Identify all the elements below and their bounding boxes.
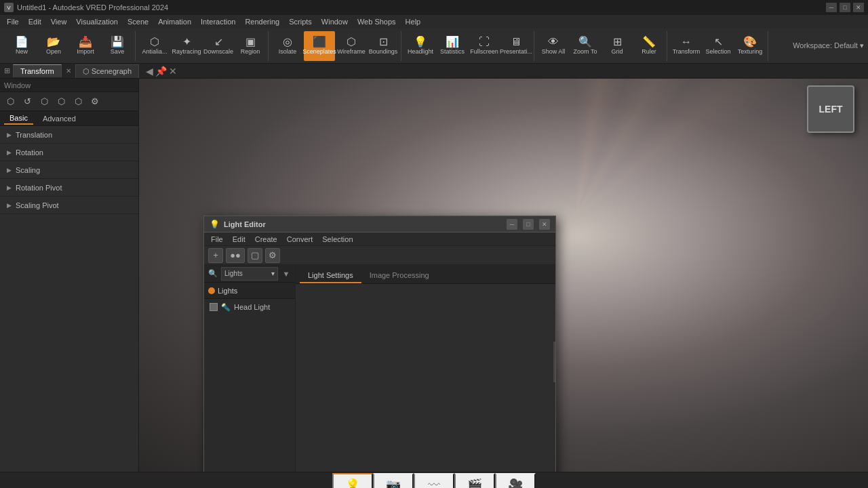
tab-advanced[interactable]: Advanced — [37, 113, 81, 124]
toolbar: 📄 New 📂 Open 📥 Import 💾 Save ⬡ Antialia.… — [0, 28, 868, 64]
nav-cube-face[interactable]: LEFT — [807, 85, 854, 133]
wireframe-button[interactable]: ⬡ Wireframe — [336, 31, 367, 61]
le-menu-convert[interactable]: Convert — [283, 234, 317, 245]
panel-icons: ⬡ ↺ ⬡ ⬡ ⬡ ⚙ — [0, 92, 138, 111]
panel-close-btn[interactable]: ✕ — [169, 66, 177, 77]
translation-section[interactable]: ▶ Translation — [0, 126, 138, 144]
scaling-pivot-section[interactable]: ▶ Scaling Pivot — [0, 197, 138, 214]
le-light-name: Head Light — [234, 303, 270, 311]
menu-scripts[interactable]: Scripts — [285, 16, 316, 27]
menu-rendering[interactable]: Rendering — [241, 16, 283, 27]
panel-header: Basic Advanced — [0, 111, 138, 126]
le-menu-selection[interactable]: Selection — [318, 234, 357, 245]
close-btn[interactable]: ✕ — [853, 3, 864, 12]
le-light-checkbox[interactable] — [210, 303, 218, 311]
transform-tab[interactable]: Transform — [13, 64, 62, 77]
headlight-button[interactable]: 💡 Headlight — [405, 31, 436, 61]
isolate-button[interactable]: ◎ Isolate — [272, 31, 303, 61]
le-lights-dropdown[interactable]: Lights ▾ — [221, 267, 278, 281]
panel-icon-1[interactable]: ⬡ — [3, 94, 18, 109]
light-editor-maximize[interactable]: □ — [523, 219, 534, 230]
menu-view[interactable]: View — [47, 16, 71, 27]
light-editor-close[interactable]: ✕ — [539, 219, 550, 230]
raytracing-button[interactable]: ✦ Raytracing — [171, 31, 202, 61]
menu-help[interactable]: Help — [401, 16, 425, 27]
le-menu-edit[interactable]: Edit — [229, 234, 250, 245]
scenegraph-tab[interactable]: ⬡ Scenegraph — [75, 64, 139, 78]
le-tab-image-processing[interactable]: Image Processing — [361, 268, 437, 283]
show-all-button[interactable]: 👁 Show All — [538, 31, 569, 61]
tab-basic[interactable]: Basic — [4, 113, 33, 125]
nav-cube[interactable]: LEFT — [807, 85, 861, 140]
toolbar-group-render: ⬡ Antialia... ✦ Raytracing ↙ Downscale ▣… — [137, 31, 269, 61]
maximize-btn[interactable]: □ — [840, 3, 850, 12]
new-button[interactable]: 📄 New — [6, 31, 37, 61]
menu-webshops[interactable]: Web Shops — [353, 16, 400, 27]
toolbar-group-view: ◎ Isolate ⬛ Sceneplates ⬡ Wireframe ⊡ Bo… — [270, 31, 401, 61]
import-button[interactable]: 📥 Import — [70, 31, 101, 61]
le-light-item[interactable]: 🔦 Head Light — [204, 299, 295, 315]
le-search-btn[interactable]: 🔍 — [207, 268, 219, 280]
le-add-btn[interactable]: + — [208, 248, 223, 263]
sceneplates-button[interactable]: ⬛ Sceneplates — [304, 31, 335, 61]
scaling-section[interactable]: ▶ Scaling — [0, 161, 138, 179]
statistics-button[interactable]: 📊 Statistics — [437, 31, 468, 61]
light-editor-minimize[interactable]: ─ — [507, 219, 517, 230]
close-transform-tab[interactable]: ✕ — [66, 67, 71, 75]
render-panel-btn[interactable]: 🎥 Render — [495, 473, 536, 489]
le-gear-btn[interactable]: ⚙ — [265, 248, 280, 263]
panel-expand-btn[interactable]: ◀ — [146, 66, 153, 77]
panel-pin-btn[interactable]: 📌 — [155, 66, 167, 77]
light-editor: 💡 Light Editor ─ □ ✕ File Edit Create Co… — [203, 216, 556, 472]
main-layout: Window ⬡ ↺ ⬡ ⬡ ⬡ ⚙ Basic Advanced ▶ Tran… — [0, 79, 868, 472]
panel-icon-3[interactable]: ⬡ — [37, 94, 52, 109]
le-menu-file[interactable]: File — [207, 234, 227, 245]
transform-tool-button[interactable]: ↔ Transform — [671, 31, 702, 61]
le-resize-handle[interactable] — [553, 342, 555, 382]
zoom-to-button[interactable]: 🔍 Zoom To — [570, 31, 601, 61]
panel-icon-2[interactable]: ↺ — [20, 94, 35, 109]
open-button[interactable]: 📂 Open — [38, 31, 69, 61]
lights-panel-btn[interactable]: 💡 Lights — [332, 473, 373, 489]
texturing-tool-button[interactable]: 🎨 Texturing — [734, 31, 766, 61]
menu-animation[interactable]: Animation — [154, 16, 195, 27]
boundings-button[interactable]: ⊡ Boundings — [368, 31, 399, 61]
panel-icon-4[interactable]: ⬡ — [54, 94, 68, 109]
vsets-panel-btn[interactable]: 🎬 VSets — [454, 473, 495, 489]
le-dots-btn[interactable]: ●● — [226, 248, 245, 263]
window-controls[interactable]: ─ □ ✕ — [826, 3, 864, 12]
menu-file[interactable]: File — [3, 16, 23, 27]
menu-visualization[interactable]: Visualization — [72, 16, 122, 27]
save-button[interactable]: 💾 Save — [102, 31, 133, 61]
bottom-icon-bar: 💡 Lights 📷 Cameras 〰 Curves 🎬 VSets 🎥 Re… — [0, 472, 868, 488]
toolbar-group-display: 👁 Show All 🔍 Zoom To ⊞ Grid 📏 Ruler — [536, 31, 667, 61]
ruler-button[interactable]: 📏 Ruler — [633, 31, 665, 61]
antialiasing-button[interactable]: ⬡ Antialia... — [139, 31, 170, 61]
le-square-btn[interactable]: ▢ — [248, 248, 262, 263]
cameras-panel-btn[interactable]: 📷 Cameras — [373, 473, 414, 489]
le-lights-section-header: Lights — [204, 283, 295, 299]
grid-button[interactable]: ⊞ Grid — [601, 31, 633, 61]
downscale-button[interactable]: ↙ Downscale — [203, 31, 234, 61]
presentation-button[interactable]: 🖥 Presentati... — [500, 31, 532, 61]
viewport[interactable]: LEFT 💡 Light Editor ─ □ ✕ File Edit Crea… — [139, 79, 868, 472]
rotation-section[interactable]: ▶ Rotation — [0, 144, 138, 161]
minimize-btn[interactable]: ─ — [826, 3, 837, 12]
workspace-label: Workspace: Default ▾ — [793, 41, 864, 50]
light-editor-titlebar[interactable]: 💡 Light Editor ─ □ ✕ — [204, 216, 555, 232]
le-filter-btn[interactable]: ▼ — [280, 268, 292, 280]
selection-tool-button[interactable]: ↖ Selection — [703, 31, 734, 61]
menu-window[interactable]: Window — [317, 16, 352, 27]
le-tab-light-settings[interactable]: Light Settings — [300, 268, 361, 283]
le-menu-create[interactable]: Create — [251, 234, 281, 245]
window-label: Window — [0, 79, 138, 92]
region-button[interactable]: ▣ Region — [235, 31, 266, 61]
rotation-pivot-section[interactable]: ▶ Rotation Pivot — [0, 179, 138, 197]
curves-panel-btn[interactable]: 〰 Curves — [414, 473, 454, 489]
menu-edit[interactable]: Edit — [24, 16, 45, 27]
panel-icon-5[interactable]: ⬡ — [71, 94, 85, 109]
fullscreen-button[interactable]: ⛶ Fullscreen — [469, 31, 500, 61]
panel-icon-6[interactable]: ⚙ — [87, 94, 102, 109]
menu-interaction[interactable]: Interaction — [197, 16, 239, 27]
menu-scene[interactable]: Scene — [123, 16, 153, 27]
